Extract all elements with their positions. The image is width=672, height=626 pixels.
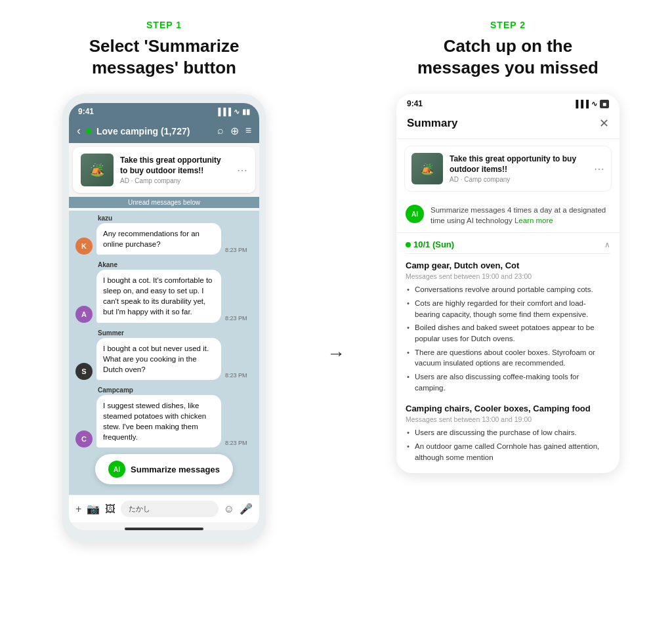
signal-icon: ▐▐▐ — [574, 100, 589, 108]
message-row: Summer S I bought a cot but never used i… — [75, 329, 253, 380]
phone-mockup: 9:41 ▐▐▐ ∿ ▮▮ ‹ Love camping (1,727) ⌕ ⊕ — [62, 94, 266, 543]
msg-sender: Akane — [98, 261, 253, 268]
message-row: Campcamp C I suggest stewed dishes, like… — [75, 386, 253, 448]
ad-thumbnail: 🏕️ — [81, 154, 114, 186]
summary-block-title-2: Camping chairs, Cooler boxes, Camping fo… — [406, 404, 610, 413]
summary-bullet: Boiled dishes and baked sweet potatoes a… — [406, 322, 610, 344]
summary-ad-banner: 🏕️ Take this great opportunity to buy ou… — [404, 146, 612, 192]
message-row: Akane A I bought a cot. It's comfortable… — [75, 261, 253, 322]
summary-bullet: Users are discussing the purchase of low… — [406, 427, 610, 438]
ai-info-text: Summarize messages 4 times a day at a de… — [430, 205, 610, 226]
avatar: A — [75, 306, 93, 323]
ai-info-badge: AI — [406, 205, 424, 223]
camera-icon[interactable]: 📷 — [87, 503, 100, 515]
add-member-icon[interactable]: ⊕ — [230, 125, 239, 137]
msg-bubble: I suggest stewed dishes, like steamed po… — [96, 395, 221, 448]
wifi-icon: ∿ — [591, 100, 597, 108]
menu-icon[interactable]: ≡ — [245, 125, 251, 137]
summary-block-time-2: Messages sent between 13:00 and 19:00 — [406, 415, 610, 423]
image-icon[interactable]: 🖼 — [105, 503, 116, 515]
chat-title: Love camping (1,727) — [96, 126, 212, 136]
summary-block-title: Camp gear, Dutch oven, Cot — [406, 261, 610, 270]
ad-sub: AD · Camp company — [120, 177, 230, 184]
step1-label: STEP 1 — [146, 20, 182, 30]
ai-badge: AI — [108, 461, 125, 478]
summary-block-2: Camping chairs, Cooler boxes, Camping fo… — [406, 404, 610, 463]
msg-time: 8:23 PM — [225, 440, 247, 446]
status-icons: ▐▐▐ ∿ ▮▮ — [216, 108, 250, 116]
wifi-icon: ∿ — [234, 108, 240, 116]
msg-bubble: I bought a cot but never used it. What a… — [96, 338, 221, 380]
summary-screen: 9:41 ▐▐▐ ∿ ■ Summary ✕ 🏕️ Take this grea… — [396, 94, 620, 473]
input-bar: + 📷 🖼 たかし ☺ 🎤 — [69, 495, 259, 522]
emoji-icon[interactable]: ☺ — [224, 503, 234, 515]
summary-bullet: An outdoor game called Cornhole has gain… — [406, 441, 610, 463]
msg-time: 8:23 PM — [225, 372, 247, 379]
summary-bullet: There are questions about cooler boxes. … — [406, 347, 610, 369]
signal-icon: ▐▐▐ — [216, 108, 231, 115]
summary-ad-sub: AD · Camp company — [450, 176, 587, 183]
step-arrow: → — [327, 20, 345, 543]
ad-text: Take this great opportunity to buy outdo… — [120, 156, 230, 184]
avatar: C — [75, 430, 93, 448]
message-input[interactable]: たかし — [121, 501, 218, 517]
arrow-icon: → — [327, 343, 345, 364]
avatar: K — [75, 238, 93, 255]
ad-banner: 🏕️ Take this great opportunity to buy ou… — [73, 147, 255, 193]
step2-label: STEP 2 — [490, 20, 526, 30]
summary-ad-text: Take this great opportunity to buy outdo… — [450, 154, 587, 183]
msg-time: 8:23 PM — [225, 247, 247, 253]
back-icon[interactable]: ‹ — [77, 124, 81, 138]
summary-title: Summary — [407, 117, 457, 130]
summary-ad-title: Take this great opportunity to buy outdo… — [450, 154, 587, 175]
summary-block-1: Camp gear, Dutch oven, Cot Messages sent… — [406, 261, 610, 393]
summarize-btn-label: Summarize messages — [131, 465, 220, 474]
ai-info-bar: AI Summarize messages 4 times a day at a… — [396, 198, 620, 233]
summary-bullet: Cots are highly regarded for their comfo… — [406, 298, 610, 320]
battery-icon: ■ — [600, 100, 609, 108]
step1-title: Select 'Summarizemessages' button — [89, 35, 240, 78]
close-icon[interactable]: ✕ — [599, 116, 609, 131]
summary-header: Summary ✕ — [396, 111, 620, 139]
msg-bubble: I bought a cot. It's comfortable to slee… — [96, 270, 221, 322]
summary-status-icons: ▐▐▐ ∿ ■ — [574, 100, 609, 108]
ad-more-icon[interactable]: ⋯ — [237, 164, 247, 177]
home-indicator — [125, 528, 203, 530]
summary-ad-more-icon[interactable]: ⋯ — [594, 163, 604, 175]
search-icon[interactable]: ⌕ — [217, 125, 224, 137]
status-time: 9:41 — [78, 107, 94, 116]
avatar: S — [75, 363, 93, 380]
plus-icon[interactable]: + — [75, 503, 81, 515]
phone-status-bar: 9:41 ▐▐▐ ∿ ▮▮ — [69, 103, 259, 119]
msg-sender: Campcamp — [98, 386, 253, 394]
battery-icon: ▮▮ — [242, 108, 250, 116]
date-section: 10/1 (Sun) ∧ Camp gear, Dutch oven, Cot … — [396, 233, 620, 463]
summary-bullet: Conversations revolve around portable ca… — [406, 284, 610, 295]
mic-icon[interactable]: 🎤 — [240, 503, 253, 515]
summarize-messages-button[interactable]: AI Summarize messages — [95, 454, 233, 484]
msg-time: 8:23 PM — [225, 315, 247, 322]
unread-divider: Unread messages below — [69, 197, 259, 208]
summary-status-bar: 9:41 ▐▐▐ ∿ ■ — [396, 94, 620, 111]
date-chevron-icon[interactable]: ∧ — [604, 240, 610, 249]
msg-bubble: Any recommendations for an online purcha… — [96, 223, 221, 255]
msg-sender: kazu — [98, 215, 253, 222]
ad-title: Take this great opportunity to buy outdo… — [120, 156, 230, 176]
date-label: 10/1 (Sun) — [406, 240, 454, 249]
message-row: kazu K Any recommendations for an online… — [75, 215, 253, 255]
learn-more-link[interactable]: Learn more — [514, 217, 553, 224]
summary-status-time: 9:41 — [407, 99, 423, 108]
date-dot — [406, 242, 411, 247]
summary-ad-thumbnail: 🏕️ — [411, 153, 443, 184]
phone-screen: 9:41 ▐▐▐ ∿ ▮▮ ‹ Love camping (1,727) ⌕ ⊕ — [69, 103, 259, 530]
msg-sender: Summer — [98, 329, 253, 337]
summary-block-time: Messages sent between 19:00 and 23:00 — [406, 272, 610, 280]
step2-title: Catch up on themessages you missed — [417, 35, 598, 78]
date-header: 10/1 (Sun) ∧ — [406, 233, 610, 254]
messages-area: kazu K Any recommendations for an online… — [69, 211, 259, 495]
chat-header: ‹ Love camping (1,727) ⌕ ⊕ ≡ — [69, 119, 259, 143]
chat-header-icons: ⌕ ⊕ ≡ — [217, 125, 251, 137]
summary-bullet: Users are also discussing coffee-making … — [406, 371, 610, 393]
online-dot — [86, 129, 91, 134]
